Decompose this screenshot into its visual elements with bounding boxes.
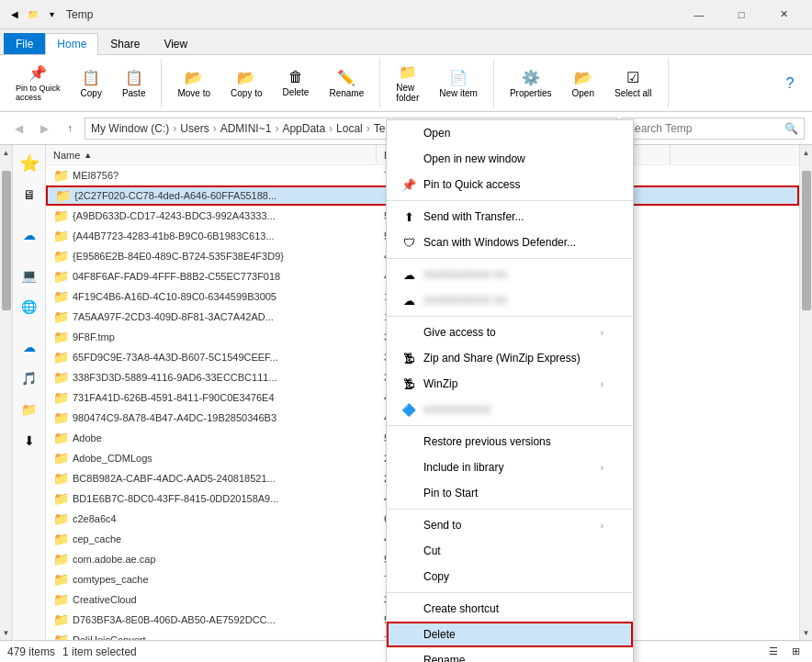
- context-menu-item-restore-versions[interactable]: Restore previous versions: [387, 429, 633, 454]
- tab-home[interactable]: Home: [45, 33, 98, 55]
- sep1: ›: [173, 122, 176, 135]
- search-icon: 🔍: [784, 122, 798, 135]
- context-menu-item-blurred3[interactable]: 🔷XXXXXXXXXX: [387, 397, 633, 422]
- context-menu-item-copy[interactable]: Copy: [387, 564, 633, 589]
- paste-icon: 📋: [125, 69, 143, 86]
- breadcrumb-item-appdata[interactable]: AppData: [282, 122, 325, 135]
- cloud-icon[interactable]: ☁: [15, 332, 44, 362]
- pin-label: Pin to Quickaccess: [16, 84, 61, 102]
- rename-icon: ✏️: [337, 69, 355, 86]
- context-menu-item-send-to[interactable]: Send to›: [387, 512, 633, 538]
- view-controls: ☰ ⊞: [764, 643, 805, 661]
- scroll-thumb[interactable]: [2, 171, 11, 310]
- breadcrumb-item-users[interactable]: Users: [180, 122, 209, 135]
- context-menu-item-blurred2[interactable]: ☁XXXXXXXXXX XX: [387, 287, 633, 313]
- select-all-button[interactable]: ☑ Select all: [606, 64, 660, 103]
- delete-button[interactable]: 🗑 Delete: [275, 64, 318, 102]
- right-scroll-up[interactable]: ▲: [800, 145, 812, 160]
- new-item-button[interactable]: 📄 New item: [431, 64, 486, 103]
- folder-icon: 📁: [53, 330, 69, 344]
- folder2-icon[interactable]: 📁: [15, 395, 44, 424]
- blurred1-icon: ☁: [401, 267, 416, 282]
- file-name-cell: 📁{A9BD633D-CD17-4243-BDC3-992A43333...: [50, 208, 380, 223]
- context-menu-item-open-new-window[interactable]: Open in new window: [387, 146, 633, 172]
- context-menu-item-cut[interactable]: Cut: [387, 538, 633, 564]
- scroll-up-arrow[interactable]: ▲: [0, 145, 12, 160]
- include-library-icon: [401, 460, 416, 475]
- tab-file[interactable]: File: [4, 33, 45, 54]
- forward-button[interactable]: ▶: [33, 118, 55, 140]
- context-menu-item-delete[interactable]: Delete: [387, 622, 633, 647]
- blurred1-label: XXXXXXXXXX XX: [423, 269, 603, 280]
- file-name: {2C27F020-CC78-4ded-A646-60FFA55188...: [74, 190, 276, 201]
- context-menu-item-create-shortcut[interactable]: Create shortcut: [387, 596, 633, 622]
- include-library-arrow: ›: [601, 463, 603, 473]
- grid-view-button[interactable]: ⊞: [786, 643, 805, 661]
- create-shortcut-label: Create shortcut: [423, 602, 603, 615]
- context-menu-item-blurred1[interactable]: ☁XXXXXXXXXX XX: [387, 262, 633, 287]
- breadcrumb-item-local[interactable]: Local: [336, 122, 363, 135]
- move-to-button[interactable]: 📂 Move to: [169, 64, 219, 103]
- open-button[interactable]: 📂 Open: [564, 64, 603, 103]
- minimize-button[interactable]: —: [678, 0, 720, 29]
- blurred2-icon: ☁: [401, 293, 416, 308]
- context-menu-item-include-library[interactable]: Include in library›: [387, 454, 633, 480]
- context-menu-item-give-access[interactable]: Give access to›: [387, 320, 633, 345]
- list-view-button[interactable]: ☰: [764, 643, 783, 661]
- folder-icon: 📁: [53, 592, 69, 607]
- folder-icon: 📁: [53, 370, 69, 385]
- pin-button[interactable]: 📌 Pin to Quickaccess: [7, 60, 69, 107]
- folder-icon: 📁: [53, 491, 69, 506]
- context-menu-item-send-transfer[interactable]: ⬆Send with Transfer...: [387, 204, 633, 230]
- context-menu-item-pin-start[interactable]: Pin to Start: [387, 480, 633, 506]
- tab-share[interactable]: Share: [98, 33, 152, 54]
- context-menu-item-scan-defender[interactable]: 🛡Scan with Windows Defender...: [387, 230, 633, 255]
- properties-button[interactable]: ⚙️ Properties: [502, 64, 560, 103]
- file-name-cell: 📁DeliHeicConvert: [50, 633, 380, 640]
- file-name: 7A5AA97F-2CD3-409D-8F81-3AC7A42AD...: [73, 311, 274, 322]
- file-name: 4F19C4B6-A16D-4C10-89C0-6344599B3005: [73, 291, 276, 302]
- move-label: Move to: [177, 88, 210, 98]
- download-icon[interactable]: ⬇: [15, 426, 44, 455]
- context-menu-item-winzip[interactable]: 🗜WinZip›: [387, 371, 633, 397]
- tab-view[interactable]: View: [152, 33, 199, 54]
- help-button[interactable]: ?: [775, 71, 805, 96]
- context-menu-item-pin-quick[interactable]: 📌Pin to Quick access: [387, 172, 633, 197]
- rename-button[interactable]: ✏️ Rename: [321, 64, 372, 103]
- send-transfer-label: Send with Transfer...: [423, 210, 603, 223]
- context-menu-item-open[interactable]: Open: [387, 120, 633, 146]
- folder-icon: 📁: [53, 633, 69, 640]
- maximize-button[interactable]: □: [720, 0, 762, 29]
- selected-count: 1 item selected: [62, 645, 137, 658]
- scroll-down-arrow[interactable]: ▼: [0, 625, 12, 640]
- window-controls: — □ ✕: [678, 0, 805, 29]
- new-folder-button[interactable]: 📁 Newfolder: [388, 59, 427, 107]
- folder-icon: 📁: [53, 289, 69, 304]
- right-scroll-thumb[interactable]: [802, 171, 811, 310]
- star-icon[interactable]: ⭐: [15, 149, 44, 178]
- send-to-arrow: ›: [601, 521, 603, 531]
- computer-icon[interactable]: 💻: [15, 261, 44, 290]
- context-menu-item-zip-share[interactable]: 🗜Zip and Share (WinZip Express): [387, 345, 633, 371]
- back-button[interactable]: ◀: [7, 118, 29, 140]
- onedrive-icon[interactable]: ☁: [15, 220, 44, 250]
- new-item-label: New item: [439, 88, 478, 98]
- file-name-cell: 📁{2C27F020-CC78-4ded-A646-60FFA55188...: [51, 188, 382, 203]
- network-icon[interactable]: 🌐: [15, 292, 44, 321]
- delete-label: Delete: [283, 87, 310, 97]
- context-menu-item-rename[interactable]: Rename: [387, 647, 633, 662]
- breadcrumb-item-admin[interactable]: ADMINI~1: [220, 122, 272, 135]
- close-button[interactable]: ✕: [762, 0, 805, 29]
- breadcrumb-item-c[interactable]: My Window (C:): [91, 122, 169, 135]
- col-header-name[interactable]: Name ▲: [46, 145, 377, 164]
- desktop-icon[interactable]: 🖥: [15, 180, 44, 209]
- file-name: cep_cache: [73, 533, 121, 544]
- paste-button[interactable]: 📋 Paste: [114, 64, 154, 103]
- copy-button[interactable]: 📋 Copy: [73, 64, 110, 103]
- search-box[interactable]: 🔍: [621, 118, 805, 140]
- right-scroll-down[interactable]: ▼: [800, 625, 812, 640]
- copy-to-button[interactable]: 📂 Copy to: [222, 64, 270, 103]
- search-input[interactable]: [627, 122, 784, 135]
- up-button[interactable]: ↑: [59, 118, 81, 140]
- music-icon[interactable]: 🎵: [15, 364, 44, 393]
